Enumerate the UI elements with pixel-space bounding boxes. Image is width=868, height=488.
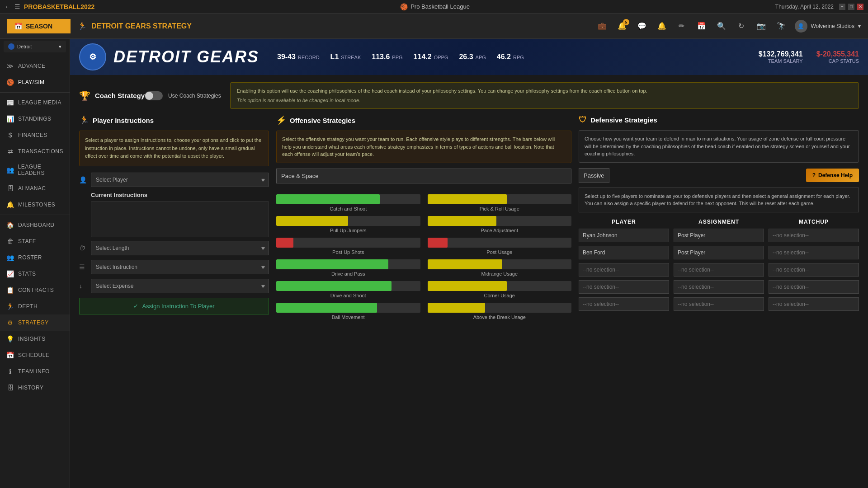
defense-player-select-0[interactable]: Ryan Johnson: [579, 229, 669, 242]
assign-instruction-button[interactable]: ✓ Assign Instruction To Player: [79, 298, 269, 314]
defense-assignment-select-1[interactable]: Post Player: [674, 246, 764, 259]
hamburger-icon[interactable]: ☰: [14, 3, 20, 10]
select-player-dropdown[interactable]: Select Player ▾: [91, 173, 269, 187]
select-player-row: 👤 Select Player ▾: [79, 173, 269, 187]
defense-info-box: Choose how you want your team to defend …: [579, 130, 859, 163]
sidebar-item-league-media[interactable]: 📰 LEAGUE MEDIA: [0, 94, 70, 111]
sidebar-item-transactions[interactable]: ⇄ TRANSACTIONS: [0, 143, 70, 160]
search-icon[interactable]: 🔍: [715, 20, 728, 33]
offense-strategy-select[interactable]: Pace & Space: [276, 169, 571, 183]
close-button[interactable]: ✕: [857, 4, 863, 10]
sidebar-item-staff[interactable]: 🗑 STAFF: [0, 233, 70, 249]
defense-matchup-select-1[interactable]: --no selection--: [769, 246, 859, 259]
team-banner: ⚙ DETROIT GEARS 39-43 RECORD L1 STREAK 1…: [70, 39, 868, 75]
bar-item-0: Catch and Shoot: [276, 194, 420, 211]
offensive-strategies-title: Offensive Strategies: [290, 117, 355, 124]
defense-matchup-select-3[interactable]: --no selection--: [769, 280, 859, 294]
sidebar-label-team-info: TEAM INFO: [18, 368, 50, 375]
defense-player-select-1[interactable]: Ben Ford: [579, 246, 669, 259]
stat-streak-value: L1: [330, 53, 339, 61]
sidebar-label-finances: FINANCES: [18, 132, 47, 138]
sidebar-item-history[interactable]: 🗄 HISTORY: [0, 380, 70, 396]
defense-player-select-3[interactable]: --no selection--: [579, 280, 669, 294]
back-icon[interactable]: ←: [5, 3, 11, 10]
defense-assignment-select-2[interactable]: --no selection--: [674, 263, 764, 277]
camera-icon[interactable]: 📷: [755, 20, 768, 33]
calendar-icon[interactable]: 📅: [695, 20, 708, 33]
defense-assignment-select-0[interactable]: Post Player: [674, 229, 764, 242]
bar-fill-9: [428, 281, 507, 291]
maximize-button[interactable]: □: [848, 4, 854, 10]
defense-assignment-select-3[interactable]: --no selection--: [674, 280, 764, 294]
alert-icon[interactable]: 🔔: [656, 20, 668, 33]
user-area[interactable]: 👤 Wolverine Studios ▾: [795, 20, 861, 33]
date-display: Thursday, April 12, 2022: [775, 4, 834, 10]
sidebar-item-advance[interactable]: ≫ ADVANCE: [0, 58, 70, 74]
stat-record-value: 39-43: [277, 53, 296, 61]
sidebar-item-league-leaders[interactable]: 👥 LEAGUE LEADERS: [0, 160, 70, 180]
use-coach-toggle[interactable]: [145, 91, 163, 100]
bar-track-8: [276, 281, 420, 291]
clock-icon: ⏱: [79, 244, 87, 252]
sidebar-item-almanac[interactable]: 🗄 ALMANAC: [0, 180, 70, 197]
defense-help-button[interactable]: ? Defense Help: [806, 169, 859, 182]
sidebar-item-contracts[interactable]: 📋 CONTRACTS: [0, 282, 70, 298]
sidebar-item-team-info[interactable]: ℹ TEAM INFO: [0, 363, 70, 380]
sidebar-item-insights[interactable]: 💡 INSIGHTS: [0, 331, 70, 347]
defense-player-select-4[interactable]: --no selection--: [579, 297, 669, 311]
sidebar-item-playsim[interactable]: 🏀 PLAY/SIM: [0, 74, 70, 90]
defense-row-2: --no selection----no selection----no sel…: [579, 263, 859, 277]
bar-item-7: Midrange Usage: [428, 259, 572, 277]
defense-matchup-select-4[interactable]: --no selection--: [769, 297, 859, 311]
season-button[interactable]: 📅 SEASON: [7, 19, 71, 33]
sidebar-item-standings[interactable]: 📊 STANDINGS: [0, 111, 70, 127]
select-expense-dropdown[interactable]: Select Expense ▾: [91, 279, 269, 293]
notification-icon[interactable]: 🔔 5: [616, 20, 628, 33]
offense-info-text: Select the offensive strategy you want y…: [282, 136, 555, 157]
binoculars-icon[interactable]: 🔭: [775, 20, 788, 33]
sidebar-item-milestones[interactable]: 🔔 MILESTONES: [0, 197, 70, 213]
cap-status: $-20,355,341 CAP STATUS: [816, 50, 859, 64]
offense-info-box: Select the offensive strategy you want y…: [276, 131, 571, 163]
minimize-button[interactable]: −: [839, 4, 845, 10]
refresh-icon[interactable]: ↻: [735, 20, 748, 33]
chat-icon[interactable]: 💬: [636, 20, 648, 33]
use-coach-label: Use Coach Strategies: [168, 93, 221, 99]
sidebar-item-dashboard[interactable]: 🏠 DASHBOARD: [0, 217, 70, 233]
league-leaders-icon: 👥: [6, 166, 14, 174]
select-instruction-dropdown[interactable]: Select Instruction ▾: [91, 260, 269, 274]
briefcase-icon[interactable]: 💼: [596, 20, 609, 33]
stat-apg: 26.3 APG: [459, 53, 486, 61]
bar-track-2: [276, 216, 420, 226]
team-selector[interactable]: Detroit ▾: [4, 41, 66, 52]
cap-status-label: CAP STATUS: [816, 58, 859, 64]
bar-item-1: Pick & Roll Usage: [428, 194, 572, 211]
select-expense-row: ↓ Select Expense ▾: [79, 279, 269, 293]
page-title: 🏃 DETROIT GEARS STRATEGY: [78, 22, 589, 30]
bar-item-4: Post Up Shots: [276, 238, 420, 255]
edit-icon[interactable]: ✏: [675, 20, 688, 33]
sidebar-item-stats[interactable]: 📈 STATS: [0, 266, 70, 282]
milestones-icon: 🔔: [6, 201, 14, 209]
offense-bars: Catch and ShootPick & Roll UsagePull Up …: [276, 194, 571, 320]
defensive-strategies-header: 🛡 Defensive Strategies: [579, 115, 859, 125]
sidebar-item-roster[interactable]: 👥 ROSTER: [0, 249, 70, 266]
player-icon: 👤: [79, 176, 87, 183]
stat-ppg: 113.6 PPG: [372, 53, 402, 61]
passive-select[interactable]: Passive: [579, 168, 609, 183]
defense-matchup-select-0[interactable]: --no selection--: [769, 229, 859, 242]
defense-player-select-2[interactable]: --no selection--: [579, 263, 669, 277]
defense-assignment-select-4[interactable]: --no selection--: [674, 297, 764, 311]
sidebar-item-strategy[interactable]: ⚙ STRATEGY: [0, 314, 70, 331]
window-controls[interactable]: − □ ✕: [839, 4, 863, 10]
sidebar-item-finances[interactable]: $ FINANCES: [0, 127, 70, 143]
bar-fill-8: [276, 281, 392, 291]
defense-matchup-select-2[interactable]: --no selection--: [769, 263, 859, 277]
sidebar-item-depth[interactable]: 🏃 DEPTH: [0, 298, 70, 314]
select-length-dropdown[interactable]: Select Length ▾: [91, 241, 269, 255]
sidebar-item-schedule[interactable]: 📅 SCHEDULE: [0, 347, 70, 363]
defense-info-text: Choose how you want your team to defend …: [585, 136, 849, 156]
notification-badge: 5: [623, 19, 629, 25]
team-salary-value: $132,769,341: [759, 50, 803, 58]
stat-oppg: 114.2 OPPG: [414, 53, 448, 61]
